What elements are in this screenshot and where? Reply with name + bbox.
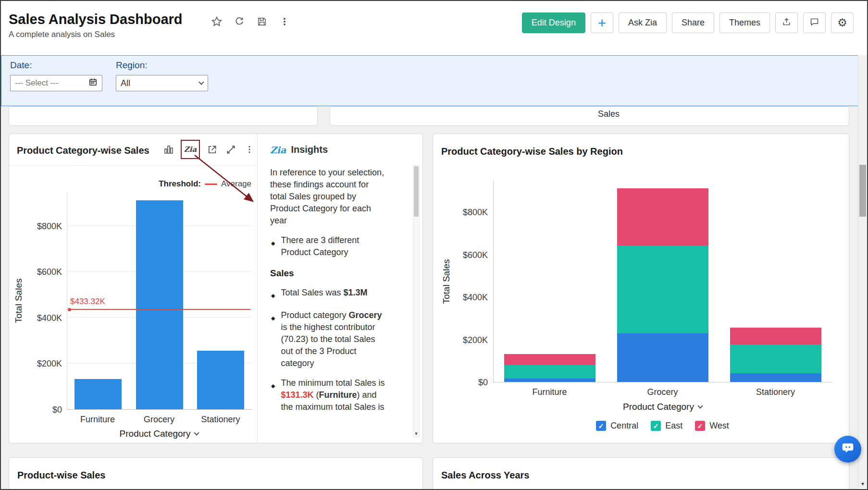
x-tick-label: Furniture <box>67 415 128 425</box>
page-scrollbar[interactable]: ▾ <box>858 55 867 488</box>
x-axis-dropdown[interactable]: Product Category <box>493 402 832 412</box>
page-subtitle: A complete analysis on Sales <box>9 30 183 39</box>
bar-segment-stationery-central[interactable] <box>730 373 821 382</box>
more-options-kebab-icon[interactable] <box>278 15 291 28</box>
bullet-diamond-icon: ◆ <box>271 380 275 413</box>
chart-legend: ✓Central✓East✓West <box>493 421 832 431</box>
bar-stationery[interactable] <box>197 351 244 409</box>
themes-button[interactable]: Themes <box>719 12 770 33</box>
open-in-new-icon[interactable] <box>205 143 219 156</box>
bullet-diamond-icon: ◆ <box>271 290 275 302</box>
threshold-legend: Threshold: Average <box>159 179 251 189</box>
x-tick-label: Furniture <box>493 387 606 397</box>
card-header: Product Category-wise Sales Zia <box>9 134 257 166</box>
scroll-down-arrow-icon[interactable]: ▾ <box>413 430 419 437</box>
insights-scrollbar[interactable]: ▾ <box>413 165 420 437</box>
y-tick-label: $400K <box>37 313 62 323</box>
region-filter-select[interactable]: All <box>116 75 208 91</box>
x-tick-label: Grocery <box>606 387 719 397</box>
scroll-down-arrow-icon[interactable]: ▾ <box>858 480 867 487</box>
expand-icon[interactable] <box>224 143 237 156</box>
kebab-menu-icon[interactable] <box>243 143 256 156</box>
comment-bubble-icon <box>809 17 819 29</box>
partial-card-top-right: Sales <box>330 106 849 126</box>
zia-chat-button[interactable] <box>834 436 861 463</box>
bar-segment-stationery-east[interactable] <box>730 344 821 374</box>
legend-checkbox-west[interactable]: ✓ <box>695 421 705 431</box>
add-button[interactable]: + <box>591 12 613 33</box>
export-publish-button[interactable] <box>775 12 798 33</box>
x-axis-title: Product Category <box>623 402 694 412</box>
bar-segment-stationery-west[interactable] <box>730 328 821 344</box>
insights-title: Insights <box>291 144 328 155</box>
share-button[interactable]: Share <box>672 12 714 33</box>
legend-item-central[interactable]: ✓Central <box>596 421 638 431</box>
bar-segment-grocery-west[interactable] <box>617 188 708 245</box>
y-tick-label: $600K <box>37 267 62 277</box>
comments-button[interactable] <box>803 12 826 33</box>
x-axis-ticks: FurnitureGroceryStationery <box>67 415 251 425</box>
insights-scrollbar-thumb[interactable] <box>414 166 419 217</box>
stacked-bar-chart-plot <box>493 181 832 382</box>
zia-icon-highlight-box[interactable]: Zia <box>181 140 200 159</box>
y-tick-label: $800K <box>463 208 488 218</box>
insights-intro: In reference to your selection, these fi… <box>270 167 385 227</box>
bar-segment-furniture-west[interactable] <box>504 354 595 365</box>
bar-segment-furniture-central[interactable] <box>504 379 595 382</box>
legend-checkbox-central[interactable]: ✓ <box>596 421 606 431</box>
settings-button[interactable]: ⚙ <box>831 12 854 33</box>
insights-bullet: ◆Total Sales was $1.3M <box>270 287 385 302</box>
legend-item-east[interactable]: ✓East <box>651 421 682 431</box>
region-filter-group: Region: All <box>116 60 208 91</box>
y-tick-label: $0 <box>478 378 488 388</box>
partial-card-top-left <box>9 106 318 126</box>
refresh-icon[interactable] <box>233 15 246 28</box>
save-icon[interactable] <box>256 15 268 28</box>
calendar-icon <box>88 77 98 89</box>
card-toolbar: Zia <box>162 140 256 159</box>
x-axis-dropdown[interactable]: Product Category <box>67 429 251 439</box>
chart-panel: Product Category-wise Sales Zia <box>9 134 258 443</box>
favorite-star-icon[interactable] <box>211 15 223 28</box>
bar-chart-icon[interactable] <box>162 143 175 156</box>
y-axis-ticks: $0$200K$400K$600K$800K <box>446 181 488 382</box>
y-axis-ticks: $0$200K$400K$600K$800K <box>21 192 62 410</box>
y-tick-label: $200K <box>463 335 488 345</box>
chevron-down-icon <box>198 79 204 85</box>
legend-label: East <box>665 421 682 431</box>
title-block: Sales Analysis Dashboard A complete anal… <box>9 12 183 39</box>
header-actions: Edit Design + Ask Zia Share Themes ⚙ <box>522 12 854 33</box>
insights-bullet: ◆There are 3 different Product Category <box>270 234 385 258</box>
x-tick-label: Stationery <box>719 387 832 397</box>
edit-design-button[interactable]: Edit Design <box>522 12 585 33</box>
date-filter-select[interactable]: --- Select --- <box>10 75 102 91</box>
bar-segment-furniture-east[interactable] <box>504 365 595 379</box>
bar-segment-grocery-central[interactable] <box>617 333 708 382</box>
y-tick-label: $0 <box>52 405 62 415</box>
bar-chart-plot: $433.32K <box>67 192 251 410</box>
y-tick-label: $800K <box>37 221 62 231</box>
bar-grocery[interactable] <box>136 200 183 409</box>
bullet-diamond-icon: ◆ <box>271 312 275 369</box>
title-icons <box>211 15 291 28</box>
insights-panel: Zia Insights In reference to your select… <box>258 134 422 443</box>
legend-label: Central <box>610 421 638 431</box>
threshold-line-sample <box>205 184 217 185</box>
x-tick-label: Grocery <box>128 415 190 425</box>
bar-furniture[interactable] <box>74 379 122 409</box>
insights-bullet: ◆Product category Grocery is the highest… <box>270 309 385 369</box>
date-filter-group: Date: --- Select --- <box>10 60 102 91</box>
legend-item-west[interactable]: ✓West <box>695 421 729 431</box>
page-scrollbar-thumb[interactable] <box>859 165 866 217</box>
ask-zia-button[interactable]: Ask Zia <box>619 12 667 33</box>
y-tick-label: $200K <box>37 359 62 369</box>
y-tick-label: $600K <box>463 250 488 260</box>
legend-checkbox-east[interactable]: ✓ <box>651 421 661 431</box>
date-filter-label: Date: <box>10 60 102 71</box>
zia-icon: Zia <box>184 145 197 154</box>
x-tick-label: Stationery <box>190 415 251 425</box>
x-axis-title: Product Category <box>120 429 191 439</box>
legend-label: West <box>709 421 729 431</box>
bar-segment-grocery-east[interactable] <box>617 245 708 333</box>
card-title: Product Category-wise Sales by Region <box>441 146 623 157</box>
